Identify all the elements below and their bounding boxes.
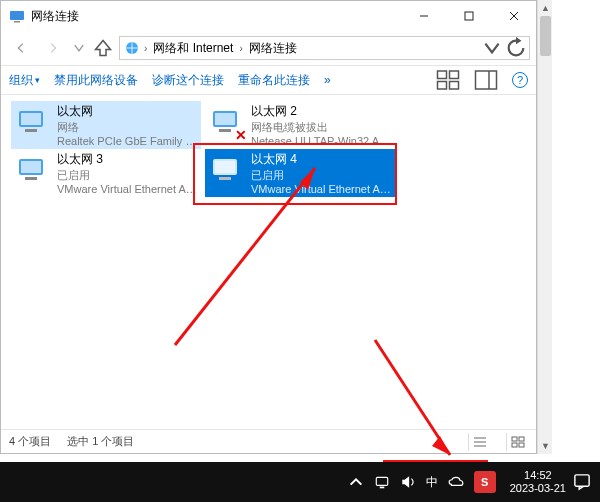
chevron-right-icon: › (239, 43, 242, 54)
outer-scrollbar[interactable]: ▲ ▼ (537, 0, 552, 454)
refresh-button[interactable] (505, 37, 527, 59)
titlebar: 网络连接 (1, 1, 536, 31)
svg-rect-24 (219, 177, 231, 180)
recent-dropdown[interactable] (71, 34, 87, 62)
svg-rect-31 (519, 443, 524, 447)
scroll-up-arrow-icon[interactable]: ▲ (540, 2, 551, 14)
adapter-name: 以太网 2 (251, 103, 393, 120)
onedrive-tray-icon[interactable] (448, 474, 464, 490)
adapter-name: 以太网 (57, 103, 199, 120)
action-center-button[interactable] (572, 472, 592, 492)
svg-rect-23 (215, 161, 235, 173)
svg-rect-3 (465, 12, 473, 20)
adapter-icon (15, 105, 51, 141)
more-commands-button[interactable]: » (324, 73, 331, 87)
svg-rect-8 (450, 71, 459, 79)
scroll-down-arrow-icon[interactable]: ▼ (540, 440, 551, 452)
svg-rect-10 (450, 82, 459, 90)
adapter-status: 网络电缆被拔出 (251, 120, 393, 135)
breadcrumb-seg-network-internet[interactable]: 网络和 Internet (149, 40, 237, 57)
disconnected-x-icon: ✕ (235, 127, 247, 143)
ime-indicator[interactable]: 中 (426, 474, 438, 490)
svg-rect-36 (376, 477, 387, 485)
svg-rect-20 (21, 161, 41, 173)
adapter-status: 已启用 (251, 168, 393, 183)
minimize-button[interactable] (401, 1, 446, 31)
adapter-item[interactable]: 以太网 4 已启用 VMware Virtual Ethernet Adap..… (205, 149, 395, 197)
breadcrumb[interactable]: › 网络和 Internet › 网络连接 (119, 36, 530, 60)
close-button[interactable] (491, 1, 536, 31)
chevron-down-icon: ▾ (35, 75, 40, 85)
svg-rect-15 (25, 129, 37, 132)
breadcrumb-history-dropdown[interactable] (481, 37, 503, 59)
svg-rect-37 (379, 487, 384, 489)
forward-button[interactable] (39, 34, 67, 62)
selection-count-label: 选中 1 个项目 (67, 434, 134, 449)
system-tray: 中 S (340, 471, 504, 493)
svg-rect-11 (476, 71, 497, 89)
breadcrumb-seg-network-connections[interactable]: 网络连接 (245, 40, 301, 57)
address-bar-row: › 网络和 Internet › 网络连接 (1, 31, 536, 65)
svg-rect-0 (10, 11, 24, 20)
adapter-device: VMware Virtual Ethernet Adap... (251, 183, 393, 195)
tray-overflow-button[interactable] (348, 474, 364, 490)
diagnose-connection-button[interactable]: 诊断这个连接 (152, 72, 224, 89)
adapter-name: 以太网 4 (251, 151, 393, 168)
organize-menu[interactable]: 组织 ▾ (9, 72, 40, 89)
adapter-name: 以太网 3 (57, 151, 199, 168)
command-bar: 组织 ▾ 禁用此网络设备 诊断这个连接 重命名此连接 » ? (1, 65, 536, 95)
up-button[interactable] (91, 36, 115, 60)
back-button[interactable] (7, 34, 35, 62)
chevron-right-icon: › (144, 43, 147, 54)
svg-rect-1 (14, 21, 20, 23)
sogou-ime-tray-icon[interactable]: S (474, 471, 496, 493)
help-button[interactable]: ? (512, 72, 528, 88)
adapter-item[interactable]: 以太网 3 已启用 VMware Virtual Ethernet Adap..… (11, 149, 201, 197)
svg-rect-30 (512, 443, 517, 447)
large-icons-view-button[interactable] (506, 433, 528, 451)
svg-rect-29 (519, 437, 524, 441)
preview-pane-button[interactable] (474, 68, 498, 92)
taskbar-clock[interactable]: 14:52 2023-03-21 (504, 469, 572, 495)
adapter-status: 已启用 (57, 168, 199, 183)
view-dropdown[interactable] (436, 68, 460, 92)
svg-rect-21 (25, 177, 37, 180)
adapter-status: 网络 (57, 120, 199, 135)
svg-rect-9 (438, 82, 447, 90)
svg-rect-14 (21, 113, 41, 125)
status-bar: 4 个项目 选中 1 个项目 (1, 429, 536, 453)
clock-time: 14:52 (510, 469, 566, 482)
adapter-icon (209, 153, 245, 189)
item-count-label: 4 个项目 (9, 434, 51, 449)
svg-rect-18 (219, 129, 231, 132)
scroll-thumb[interactable] (540, 16, 551, 56)
adapter-device: Netease UU TAP-Win32 Adapt... (251, 135, 393, 147)
network-globe-icon (124, 40, 140, 56)
content-area[interactable]: 以太网 网络 Realtek PCIe GbE Family Contr... … (1, 95, 536, 429)
taskbar: 中 S 14:52 2023-03-21 (0, 462, 600, 502)
svg-rect-28 (512, 437, 517, 441)
volume-tray-icon[interactable] (400, 474, 416, 490)
toolbar-label: 组织 (9, 72, 33, 89)
network-connections-window: 网络连接 › 网络和 Internet › 网络连接 组织 ▾ 禁用此网络设备 … (0, 0, 537, 454)
window-title: 网络连接 (31, 8, 401, 25)
svg-rect-7 (438, 71, 447, 79)
maximize-button[interactable] (446, 1, 491, 31)
rename-connection-button[interactable]: 重命名此连接 (238, 72, 310, 89)
svg-rect-17 (215, 113, 235, 125)
adapter-device: VMware Virtual Ethernet Adap... (57, 183, 199, 195)
adapter-icon (15, 153, 51, 189)
svg-rect-38 (575, 475, 589, 486)
adapter-item[interactable]: ✕ 以太网 2 网络电缆被拔出 Netease UU TAP-Win32 Ada… (205, 101, 395, 149)
network-tray-icon[interactable] (374, 474, 390, 490)
adapter-item[interactable]: 以太网 网络 Realtek PCIe GbE Family Contr... (11, 101, 201, 149)
adapter-icon: ✕ (209, 105, 245, 141)
clock-date: 2023-03-21 (510, 482, 566, 495)
disable-device-button[interactable]: 禁用此网络设备 (54, 72, 138, 89)
details-view-button[interactable] (468, 433, 490, 451)
window-icon (9, 8, 25, 24)
adapter-device: Realtek PCIe GbE Family Contr... (57, 135, 199, 147)
